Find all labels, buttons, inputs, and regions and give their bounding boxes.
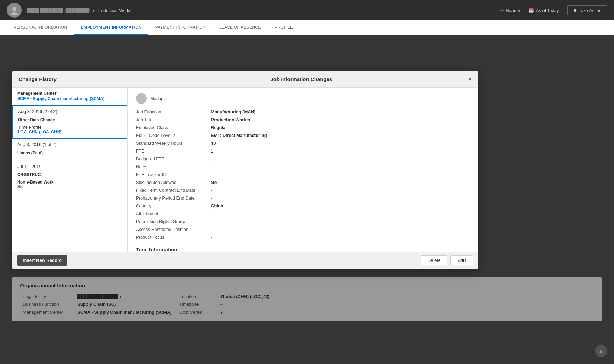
job-info-field-row: FTE-Tracker-ID- [136,171,470,178]
mgmt-center-label: Management Center [17,91,122,96]
tab-personal-information[interactable]: PERSONAL INFORMATION [7,20,74,35]
field-label: Attachment [136,210,211,218]
history-type-aug3-1of2: Illness (Paid) [17,151,122,155]
job-info-field-row: Budgeted FTE- [136,155,470,163]
footer-left: Insert New Record [17,255,133,266]
job-info-field-row: Fixed Term Contract End Date- [136,186,470,194]
job-info-panel: Manager Job FunctionManufacturing (MAN)J… [128,88,478,252]
as-of-today-button[interactable]: 📅 As of Today [529,8,559,13]
tab-leave-of-absence[interactable]: LEAVE OF ABSENCE [212,20,268,35]
header-button[interactable]: ✏ Header [500,8,520,13]
job-info-field-row: Job TitleProduction Worker [136,116,470,124]
footer-right: Delete Edit [133,255,473,265]
delete-button[interactable]: Delete [421,255,448,265]
history-detail-label-aug3-2of2: Time Profile [18,125,121,130]
field-label: Employee Class [136,124,211,131]
job-info-field-row: Job FunctionManufacturing (MAN) [136,108,470,116]
field-value: EMI : Direct Manufacturing [211,131,470,139]
change-history-title: Change History [19,76,57,82]
job-info-field-row: FTE1 [136,147,470,155]
tab-employment-information[interactable]: EMPLOYMENT INFORMATION [74,20,148,35]
job-info-field-row: Employee ClassRegular [136,124,470,131]
field-label: Job Title [136,116,211,124]
job-info-field-row: Notes- [136,163,470,171]
job-info-fields-table: Job FunctionManufacturing (MAN)Job Title… [136,108,470,241]
history-detail-value-aug3-2of2: LOA_CHN (LOA_CHN) [18,130,121,134]
field-label: Budgeted FTE [136,155,211,163]
modal-close-button[interactable]: × [468,76,472,83]
history-item-aug3-2of2[interactable]: Aug 3, 2016 (2 of 2) Other Data Change T… [12,105,127,139]
top-bar: ████ ████████ (████████) ▾ Production Wo… [0,0,614,20]
field-label: Permission Rights Group [136,218,211,225]
svg-point-1 [11,12,18,15]
job-info-title: Job Information Changes [270,76,332,82]
job-info-field-row: EMPL Code Level 2EMI : Direct Manufactur… [136,131,470,139]
field-value: - [211,163,470,171]
user-info: ████ ████████ (████████) ▾ Production Wo… [27,8,133,13]
field-value: - [211,194,470,202]
history-detail-label-jul11: Home-Based Work [17,180,122,185]
field-value: Regular [211,124,470,131]
history-item-jul11[interactable]: Jul 11, 2016 ORGSTRUC Home-Based Work No [12,160,127,193]
manager-row: Manager [136,93,470,104]
modal-header-left-title: Change History [19,76,135,82]
change-history-panel: Management Center SCMA - Supply Chain ma… [12,88,128,252]
tab-profile[interactable]: PROFILE [268,20,300,35]
field-label: FTE-Tracker-ID [136,171,211,178]
job-info-field-row: Standard Weekly Hours40 [136,139,470,147]
field-value: - [211,225,470,233]
modal-header: Change History Job Information Changes × [12,71,478,88]
chevron-icon[interactable]: ▾ [92,8,95,13]
job-info-field-row: Attachment- [136,210,470,218]
field-value: - [211,210,470,218]
history-type-jul11: ORGSTRUC [17,172,122,177]
job-info-field-row: Permission Rights Group- [136,218,470,225]
field-value: No [211,178,470,186]
field-label: Standard Weekly Hours [136,139,211,147]
job-info-field-row: Access Restricted Position- [136,225,470,233]
history-date-aug3-1of2: Aug 3, 2016 (1 of 2) [17,142,122,147]
top-bar-actions: ✏ Header 📅 As of Today ⬆ Take Action [500,5,607,15]
field-value: - [211,171,470,178]
field-label: Job Function [136,108,211,116]
user-role: Production Worker [97,8,133,13]
time-information-header: Time Information [136,247,470,252]
pencil-icon: ✏ [500,8,504,13]
take-action-button[interactable]: ⬆ Take Action [567,5,608,15]
field-value: - [211,155,470,163]
edit-button[interactable]: Edit [450,255,473,265]
manager-label: Manager [150,96,168,101]
manager-avatar [136,93,147,104]
field-value: - [211,186,470,194]
insert-new-record-button[interactable]: Insert New Record [17,255,67,266]
history-date-jul11: Jul 11, 2016 [17,164,122,169]
tab-payment-information[interactable]: PAYMENT INFORMATION [148,20,212,35]
nav-tabs: PERSONAL INFORMATION EMPLOYMENT INFORMAT… [0,20,614,35]
modal-dialog: Change History Job Information Changes ×… [12,71,478,269]
field-value: 1 [211,147,470,155]
field-label: Access Restricted Position [136,225,211,233]
field-label: Country [136,202,211,210]
svg-point-0 [12,7,16,11]
field-value: 40 [211,139,470,147]
history-item-aug3-1of2[interactable]: Aug 3, 2016 (1 of 2) Illness (Paid) [12,139,127,160]
field-label: Sideline Job Allowed [136,178,211,186]
field-label: EMPL Code Level 2 [136,131,211,139]
field-label: Notes [136,163,211,171]
history-date-aug3-2of2: Aug 3, 2016 (2 of 2) [18,109,121,114]
field-value: - [211,233,470,241]
mgmt-center-value: SCMA - Supply Chain manufacturing (SCMA) [17,96,122,101]
field-label: Fixed Term Contract End Date [136,186,211,194]
field-label: Probationary Period End Date [136,194,211,202]
avatar [7,3,22,18]
modal-header-center-title: Job Information Changes [135,76,468,82]
field-value: Production Worker [211,116,470,124]
history-type-aug3-2of2: Other Data Change [18,117,121,122]
upload-icon: ⬆ [573,8,577,13]
field-value: Manufacturing (MAN) [211,108,470,116]
field-label: FTE [136,147,211,155]
field-value: China [211,202,470,210]
job-info-field-row: Sideline Job AllowedNo [136,178,470,186]
field-label: Product Focus [136,233,211,241]
management-center-group: Management Center SCMA - Supply Chain ma… [12,88,127,105]
